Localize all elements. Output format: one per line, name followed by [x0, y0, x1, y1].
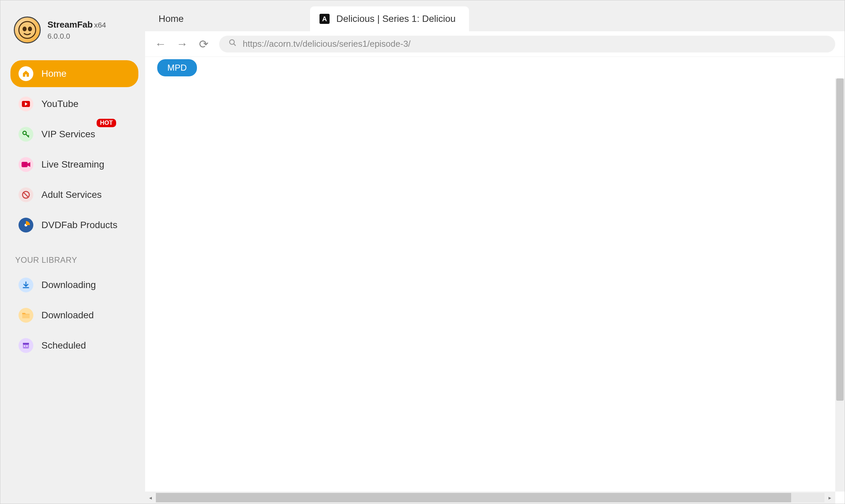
hscroll-thumb[interactable] [156, 493, 791, 502]
logo-icon [14, 17, 41, 43]
svg-rect-12 [23, 343, 29, 344]
camera-icon [18, 157, 33, 172]
tab-bar: Home A Delicious | Series 1: Deliciou [145, 6, 845, 31]
reload-button[interactable]: ⟳ [198, 37, 210, 51]
restricted-icon [18, 187, 33, 202]
svg-point-1 [22, 26, 27, 31]
sidebar-item-adult-services[interactable]: Adult Services [11, 181, 138, 208]
back-button[interactable]: ← [155, 37, 166, 51]
mpd-chip[interactable]: MPD [157, 59, 197, 76]
scroll-left-icon[interactable]: ◂ [145, 491, 156, 504]
sidebar-item-youtube[interactable]: YouTube [11, 90, 138, 118]
tab-label: Delicious | Series 1: Deliciou [336, 14, 456, 24]
home-icon [18, 66, 33, 81]
sidebar-item-label: Scheduled [41, 340, 86, 351]
app-version: 6.0.0.0 [48, 32, 106, 41]
sidebar: StreamFabx64 6.0.0.0 Home YouTube [0, 6, 145, 504]
app-arch: x64 [94, 21, 106, 29]
sidebar-item-home[interactable]: Home [11, 60, 138, 87]
horizontal-scrollbar[interactable]: ◂ ▸ [145, 491, 835, 504]
vertical-scrollbar[interactable] [835, 78, 845, 491]
svg-point-2 [28, 26, 32, 31]
svg-line-16 [234, 44, 236, 46]
svg-rect-13 [24, 345, 25, 346]
acorn-favicon-icon: A [319, 14, 330, 24]
chip-row: MPD [145, 57, 845, 78]
folder-icon [18, 308, 33, 323]
svg-rect-5 [21, 162, 28, 167]
content-outer: ACORN TV MY ACORN TV [145, 78, 845, 504]
sidebar-item-live-streaming[interactable]: Live Streaming [11, 151, 138, 178]
svg-rect-10 [22, 314, 30, 318]
tab-label: Home [159, 14, 184, 24]
sidebar-item-label: Live Streaming [41, 159, 104, 170]
hscroll-track [156, 493, 825, 502]
tab-active[interactable]: A Delicious | Series 1: Deliciou [310, 6, 469, 31]
sidebar-item-label: Home [41, 68, 67, 79]
sidebar-item-dvdfab-products[interactable]: DVDFab Products [11, 212, 138, 238]
app-logo: StreamFabx64 6.0.0.0 [14, 17, 138, 43]
logo-text: StreamFabx64 6.0.0.0 [48, 19, 106, 41]
sidebar-item-downloaded[interactable]: Downloaded [11, 302, 138, 329]
titlebar: ◐ ≡ — □ ✕ [0, 0, 845, 6]
youtube-icon [18, 96, 33, 111]
address-input[interactable]: https://acorn.tv/delicious/series1/episo… [219, 36, 835, 53]
hot-badge: HOT [96, 119, 116, 127]
tab-home[interactable]: Home [145, 6, 310, 31]
vscroll-thumb[interactable] [836, 78, 844, 401]
sidebar-item-downloading[interactable]: Downloading [11, 271, 138, 299]
svg-point-15 [230, 40, 234, 44]
download-icon [18, 277, 33, 292]
dvdfab-icon [18, 218, 33, 233]
scroll-right-icon[interactable]: ▸ [825, 491, 835, 504]
content-inner: ACORN TV MY ACORN TV [145, 78, 845, 504]
svg-line-7 [23, 192, 29, 198]
search-icon [229, 39, 237, 49]
sidebar-item-label: Downloaded [41, 310, 94, 321]
sidebar-item-scheduled[interactable]: Scheduled [11, 332, 138, 359]
forward-button[interactable]: → [176, 37, 188, 51]
address-bar-row: ← → ⟳ https://acorn.tv/delicious/series1… [145, 31, 845, 57]
sidebar-item-label: Adult Services [41, 190, 102, 200]
app-body: StreamFabx64 6.0.0.0 Home YouTube [0, 6, 845, 504]
sidebar-item-vip-services[interactable]: VIP Services HOT [11, 121, 138, 148]
sidebar-item-label: VIP Services [41, 129, 95, 140]
sidebar-item-label: Downloading [41, 280, 96, 290]
svg-rect-14 [26, 345, 28, 346]
address-url: https://acorn.tv/delicious/series1/episo… [243, 39, 411, 49]
sidebar-item-label: YouTube [41, 98, 78, 109]
calendar-icon [18, 338, 33, 353]
main-pane: Home A Delicious | Series 1: Deliciou ← … [145, 6, 845, 504]
svg-point-0 [19, 21, 36, 38]
app-window: ◐ ≡ — □ ✕ StreamFabx64 6.0.0.0 [0, 0, 845, 504]
app-name: StreamFab [48, 19, 92, 30]
key-icon [18, 127, 33, 142]
library-section-label: YOUR LIBRARY [15, 255, 138, 265]
sidebar-item-label: DVDFab Products [41, 220, 118, 231]
